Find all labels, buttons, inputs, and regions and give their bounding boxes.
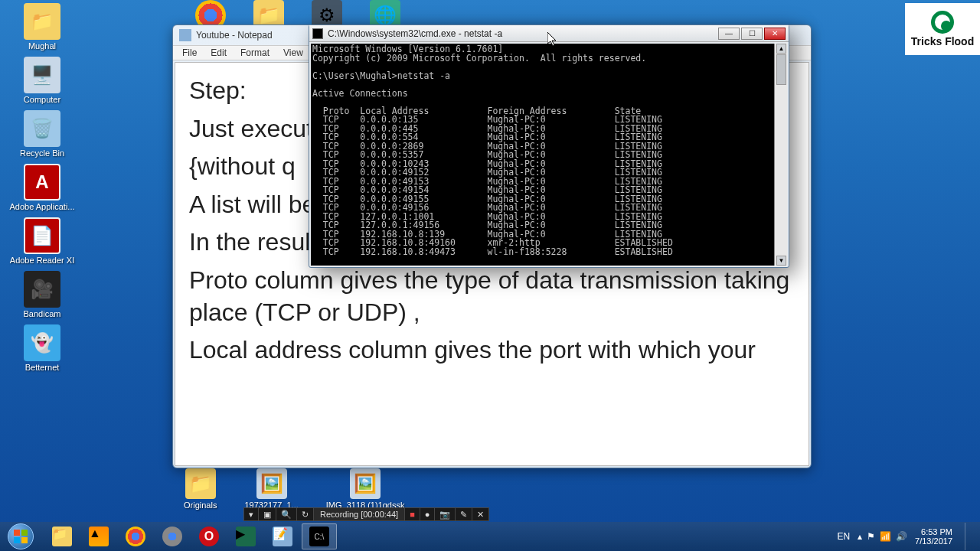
rec-close-button[interactable]: ✕ [472,510,488,520]
desktop-icon-image2[interactable]: 🖼️IMG_3118 (1)1qdssk [326,468,405,510]
scroll-down-icon[interactable]: ▼ [776,256,786,266]
svg-rect-3 [21,537,28,543]
rec-camera-button[interactable]: 📷 [435,508,456,520]
logo-mark-icon [931,11,954,34]
cmd-icon [312,28,323,39]
menu-format[interactable]: Format [234,46,276,60]
minimize-button[interactable]: — [718,28,740,40]
taskbar-chrome[interactable] [118,523,153,549]
tricks-flood-logo: Tricks Flood [905,3,980,55]
rec-status-text: Recording [00:00:44] [314,508,405,520]
computer-icon: 🖥️ [24,57,60,93]
tray-volume-icon[interactable]: 🔊 [896,531,907,542]
notepad-title-text: Youtube - Notepad [196,30,273,41]
rec-toggle-button[interactable]: ▾ [244,508,259,520]
scroll-thumb[interactable] [776,54,786,85]
cmd-window[interactable]: C:\Windows\system32\cmd.exe - netstat -a… [309,24,789,268]
recycle-bin-icon: 🗑️ [24,110,60,147]
svg-rect-0 [14,530,20,536]
desktop-icons-column: 📁Mughal 🖥️Computer 🗑️Recycle Bin AAdobe … [8,0,77,372]
desktop-icon-recycle-bin[interactable]: 🗑️Recycle Bin [8,110,77,158]
rec-refresh-button[interactable]: ↻ [297,508,314,520]
cmd-title-text: C:\Windows\system32\cmd.exe - netstat -a [328,28,718,39]
show-desktop-button[interactable] [965,523,972,550]
pdf-icon: 📄 [24,217,60,254]
desktop-icon-betternet[interactable]: 👻Betternet [8,324,77,372]
vpn-icon: 👻 [24,324,60,361]
windows-logo-icon [8,523,34,549]
cmd-output[interactable]: Microsoft Windows [Version 6.1.7601] Cop… [311,44,774,266]
desktop-icon-originals[interactable]: 📁Originals [184,468,217,510]
language-indicator[interactable]: EN [837,531,850,542]
image-icon: 🖼️ [350,468,381,499]
menu-file[interactable]: File [176,46,203,60]
image-icon: 🖼️ [256,468,287,499]
desktop-icon-mughal[interactable]: 📁Mughal [8,3,77,51]
desktop-icon-adobe-reader[interactable]: 📄Adobe Reader XI [8,217,77,265]
desktop-icon-bandicam[interactable]: 🎥Bandicam [8,271,77,318]
rec-record-button[interactable]: ■ [405,508,420,520]
taskbar-opera[interactable]: O [191,523,227,549]
taskbar: 📁 ▲ O ▶ 📝 C:\ EN ▴ ⚑ 📶 🔊 6:53 PM 7/13/20… [0,522,980,551]
folder-icon: 📁 [185,468,216,499]
cmd-icon: C:\ [309,527,329,546]
notepad-icon [179,29,191,41]
desktop-icon-image1[interactable]: 🖼️19732177_1... [244,468,298,510]
bandicam-icon: ▶ [236,527,256,546]
cmd-scrollbar[interactable]: ▲ ▼ [774,44,787,266]
desktop-icons-bottom-row: 📁Originals 🖼️19732177_1... 🖼️IMG_3118 (1… [184,468,404,510]
maximize-button[interactable]: ☐ [741,28,763,40]
desktop-icon-adobe-app[interactable]: AAdobe Applicati... [8,164,77,211]
rec-fullscreen-button[interactable]: ▣ [259,508,276,520]
desktop-icon-computer[interactable]: 🖥️Computer [8,57,77,104]
scroll-up-icon[interactable]: ▲ [776,44,786,54]
bandicam-icon: 🎥 [24,271,60,308]
menu-edit[interactable]: Edit [204,46,233,60]
adobe-icon: A [24,164,60,201]
chrome-canary-icon [162,527,182,546]
taskbar-explorer[interactable]: 📁 [44,523,80,549]
taskbar-chrome2[interactable] [155,523,190,549]
logo-text: Tricks Flood [911,35,974,47]
vlc-icon: ▲ [89,527,109,546]
taskbar-cmd[interactable]: C:\ [302,523,337,549]
cmd-titlebar[interactable]: C:\Windows\system32\cmd.exe - netstat -a… [309,25,789,42]
rec-stop-button[interactable]: ● [420,508,436,520]
bandicam-rec-toolbar[interactable]: ▾ ▣ 🔍 ↻ Recording [00:00:44] ■ ● 📷 ✎ ✕ [243,507,489,521]
explorer-icon: 📁 [52,527,72,546]
tray-up-icon[interactable]: ▴ [858,531,862,542]
close-button[interactable]: ✕ [764,28,786,40]
taskbar-bandicam[interactable]: ▶ [228,523,263,549]
tray-action-center-icon[interactable]: ⚑ [867,531,875,542]
taskbar-vlc[interactable]: ▲ [81,523,116,549]
folder-icon: 📁 [24,3,60,40]
rec-draw-button[interactable]: ✎ [456,508,472,520]
rec-zoom-button[interactable]: 🔍 [276,508,297,520]
taskbar-clock[interactable]: 6:53 PM 7/13/2017 [915,527,952,546]
taskbar-notepad[interactable]: 📝 [265,523,300,549]
svg-rect-2 [14,537,20,543]
start-button[interactable] [0,522,41,551]
opera-icon: O [199,527,219,546]
chrome-icon [126,527,145,546]
menu-view[interactable]: View [277,46,309,60]
svg-rect-1 [21,530,28,536]
notepad-icon: 📝 [273,527,292,546]
tray-network-icon[interactable]: 📶 [880,531,891,542]
system-tray: EN ▴ ⚑ 📶 🔊 6:53 PM 7/13/2017 [837,523,980,550]
